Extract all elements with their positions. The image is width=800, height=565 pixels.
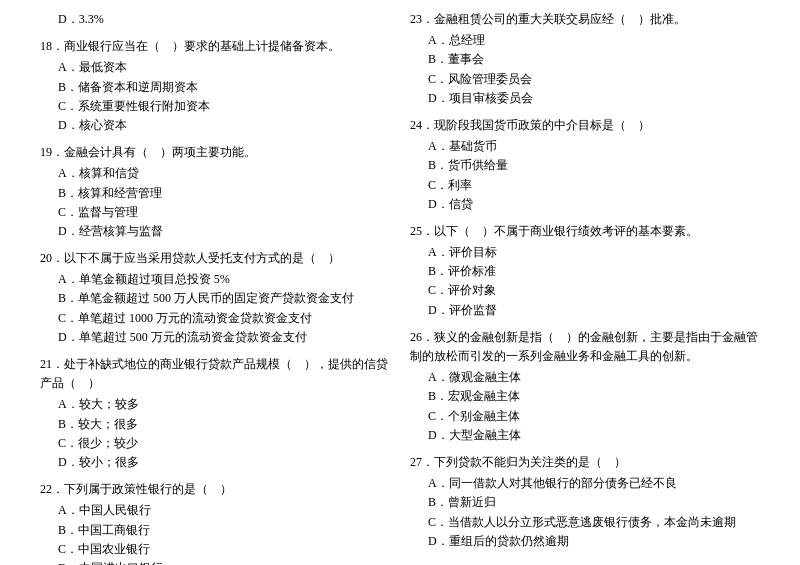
question-23: 23．金融租赁公司的重大关联交易应经（ ）批准。 A．总经理 B．董事会 C．风…: [410, 10, 760, 108]
q26-opt-d: D．大型金融主体: [410, 426, 760, 445]
q22-opt-c: C．中国农业银行: [40, 540, 390, 559]
q18-opt-d: D．核心资本: [40, 116, 390, 135]
question-25: 25．以下（ ）不属于商业银行绩效考评的基本要素。 A．评价目标 B．评价标准 …: [410, 222, 760, 320]
question-24: 24．现阶段我国货币政策的中介目标是（ ） A．基础货币 B．货币供给量 C．利…: [410, 116, 760, 214]
question-20-title: 20．以下不属于应当采用贷款人受托支付方式的是（ ）: [40, 249, 390, 268]
question-26-title: 26．狭义的金融创新是指（ ）的金融创新，主要是指由于金融管制的放松而引发的一系…: [410, 328, 760, 366]
q24-opt-a: A．基础货币: [410, 137, 760, 156]
two-column-layout: D．3.3% 18．商业银行应当在（ ）要求的基础上计提储备资本。 A．最低资本…: [40, 10, 760, 565]
q18-opt-a: A．最低资本: [40, 58, 390, 77]
question-18-title: 18．商业银行应当在（ ）要求的基础上计提储备资本。: [40, 37, 390, 56]
q25-opt-d: D．评价监督: [410, 301, 760, 320]
q22-opt-a: A．中国人民银行: [40, 501, 390, 520]
question-23-title: 23．金融租赁公司的重大关联交易应经（ ）批准。: [410, 10, 760, 29]
q27-opt-b: B．曾新近归: [410, 493, 760, 512]
question-24-title: 24．现阶段我国货币政策的中介目标是（ ）: [410, 116, 760, 135]
question-27: 27．下列贷款不能归为关注类的是（ ） A．同一借款人对其他银行的部分债务已经不…: [410, 453, 760, 551]
option-text: D．3.3%: [40, 10, 390, 29]
question-21: 21．处于补缺式地位的商业银行贷款产品规模（ ），提供的信贷产品（ ） A．较大…: [40, 355, 390, 472]
q24-opt-c: C．利率: [410, 176, 760, 195]
question-22-title: 22．下列属于政策性银行的是（ ）: [40, 480, 390, 499]
q25-opt-a: A．评价目标: [410, 243, 760, 262]
q26-opt-b: B．宏观金融主体: [410, 387, 760, 406]
q20-opt-a: A．单笔金额超过项目总投资 5%: [40, 270, 390, 289]
q20-opt-b: B．单笔金额超过 500 万人民币的固定资产贷款资金支付: [40, 289, 390, 308]
q23-opt-a: A．总经理: [410, 31, 760, 50]
left-column: D．3.3% 18．商业银行应当在（ ）要求的基础上计提储备资本。 A．最低资本…: [40, 10, 390, 565]
question-18: 18．商业银行应当在（ ）要求的基础上计提储备资本。 A．最低资本 B．储备资本…: [40, 37, 390, 135]
right-column: 23．金融租赁公司的重大关联交易应经（ ）批准。 A．总经理 B．董事会 C．风…: [410, 10, 760, 565]
q21-opt-d: D．较小；很多: [40, 453, 390, 472]
q26-opt-c: C．个别金融主体: [410, 407, 760, 426]
q24-opt-b: B．货币供给量: [410, 156, 760, 175]
q19-opt-c: C．监督与管理: [40, 203, 390, 222]
q20-opt-d: D．单笔超过 500 万元的流动资金贷款资金支付: [40, 328, 390, 347]
question-21-title: 21．处于补缺式地位的商业银行贷款产品规模（ ），提供的信贷产品（ ）: [40, 355, 390, 393]
page: D．3.3% 18．商业银行应当在（ ）要求的基础上计提储备资本。 A．最低资本…: [0, 0, 800, 565]
q18-opt-c: C．系统重要性银行附加资本: [40, 97, 390, 116]
q25-opt-b: B．评价标准: [410, 262, 760, 281]
q19-opt-b: B．核算和经营管理: [40, 184, 390, 203]
question-19: 19．金融会计具有（ ）两项主要功能。 A．核算和信贷 B．核算和经营管理 C．…: [40, 143, 390, 241]
q26-opt-a: A．微观金融主体: [410, 368, 760, 387]
q19-opt-d: D．经营核算与监督: [40, 222, 390, 241]
q20-opt-c: C．单笔超过 1000 万元的流动资金贷款资金支付: [40, 309, 390, 328]
q21-opt-b: B．较大；很多: [40, 415, 390, 434]
q27-opt-a: A．同一借款人对其他银行的部分债务已经不良: [410, 474, 760, 493]
q25-opt-c: C．评价对象: [410, 281, 760, 300]
q22-opt-d: D．中国进出口银行: [40, 559, 390, 565]
q18-opt-b: B．储备资本和逆周期资本: [40, 78, 390, 97]
q23-opt-c: C．风险管理委员会: [410, 70, 760, 89]
question-19-title: 19．金融会计具有（ ）两项主要功能。: [40, 143, 390, 162]
q22-opt-b: B．中国工商银行: [40, 521, 390, 540]
question-27-title: 27．下列贷款不能归为关注类的是（ ）: [410, 453, 760, 472]
question-25-title: 25．以下（ ）不属于商业银行绩效考评的基本要素。: [410, 222, 760, 241]
q21-opt-c: C．很少；较少: [40, 434, 390, 453]
question-22: 22．下列属于政策性银行的是（ ） A．中国人民银行 B．中国工商银行 C．中国…: [40, 480, 390, 565]
q23-opt-b: B．董事会: [410, 50, 760, 69]
q23-opt-d: D．项目审核委员会: [410, 89, 760, 108]
question-26: 26．狭义的金融创新是指（ ）的金融创新，主要是指由于金融管制的放松而引发的一系…: [410, 328, 760, 445]
q19-opt-a: A．核算和信贷: [40, 164, 390, 183]
q24-opt-d: D．信贷: [410, 195, 760, 214]
question-20: 20．以下不属于应当采用贷款人受托支付方式的是（ ） A．单笔金额超过项目总投资…: [40, 249, 390, 347]
q27-opt-d: D．重组后的贷款仍然逾期: [410, 532, 760, 551]
option-d-17: D．3.3%: [40, 10, 390, 29]
q21-opt-a: A．较大；较多: [40, 395, 390, 414]
q27-opt-c: C．当借款人以分立形式恶意逃废银行债务，本金尚未逾期: [410, 513, 760, 532]
